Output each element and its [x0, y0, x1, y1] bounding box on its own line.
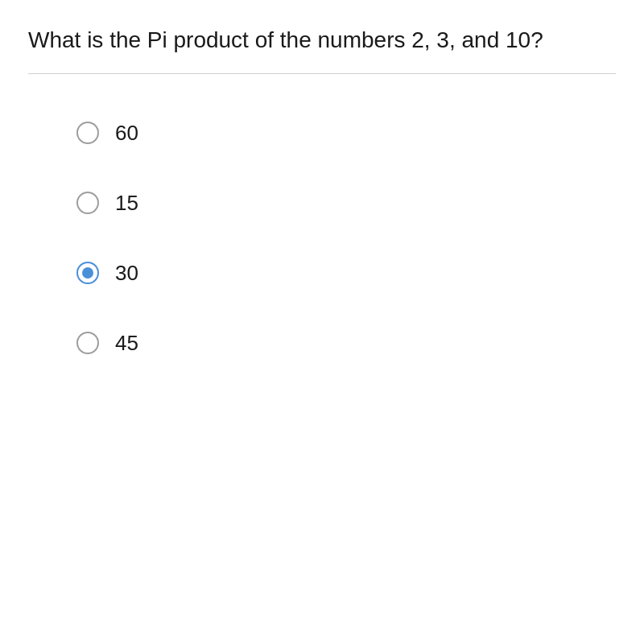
option-label-45: 45 [115, 331, 138, 356]
radio-30[interactable] [76, 262, 99, 284]
divider [28, 73, 616, 74]
question-text: What is the Pi product of the numbers 2,… [28, 24, 616, 57]
radio-60[interactable] [76, 122, 99, 144]
radio-30-inner [82, 267, 93, 279]
option-60[interactable]: 60 [76, 98, 616, 168]
option-30[interactable]: 30 [76, 238, 616, 308]
radio-15[interactable] [76, 192, 99, 214]
option-45[interactable]: 45 [76, 308, 616, 378]
option-label-30: 30 [115, 261, 138, 286]
radio-45[interactable] [76, 332, 99, 354]
option-label-15: 15 [115, 191, 138, 216]
option-label-60: 60 [115, 121, 138, 146]
options-container: 60 15 30 45 [28, 98, 616, 378]
question-container: What is the Pi product of the numbers 2,… [0, 0, 644, 394]
option-15[interactable]: 15 [76, 168, 616, 238]
